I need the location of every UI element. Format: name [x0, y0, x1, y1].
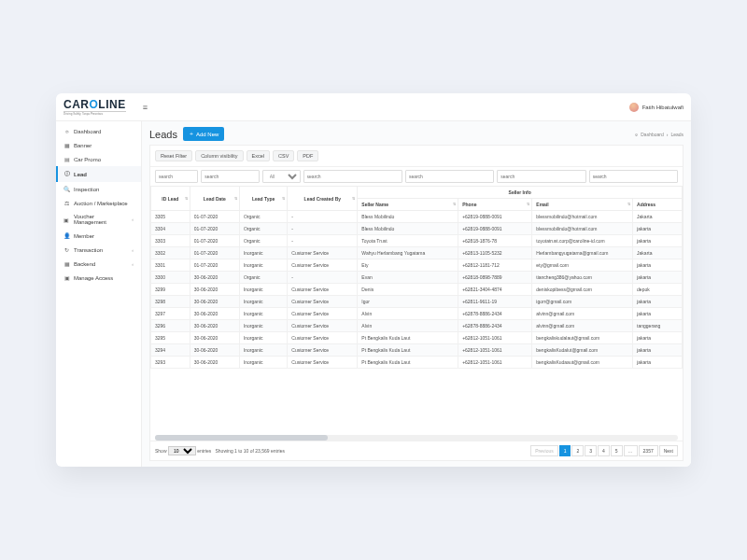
cell-email: blessmobilindo@hotmail.com: [532, 211, 633, 223]
sidebar-item-inspection[interactable]: 🔍Inspection: [56, 182, 141, 196]
sidebar-item-car-promo[interactable]: ▤Car Promo: [56, 152, 141, 166]
table-row[interactable]: 330401-07-2020Organic-Bless Mobilindo+62…: [151, 223, 683, 235]
pager-next[interactable]: Next: [659, 445, 678, 456]
table-row[interactable]: 330501-07-2020Organic-Bless Mobilindo+62…: [151, 211, 683, 223]
column-search-row: All: [150, 167, 683, 186]
col-email[interactable]: Email⇅: [532, 199, 633, 211]
cell-id: 3295: [151, 332, 190, 344]
sidebar: ⌾Dashboard▦Banner▤Car PromoⓘLead🔍Inspect…: [56, 121, 142, 467]
col-lead-type[interactable]: Lead Type⇅: [239, 187, 287, 211]
cell-email: tiancheng386@yahoo.com: [532, 272, 633, 284]
table-row[interactable]: 329930-06-2020InorganicCustomer ServiceD…: [151, 284, 683, 296]
cell-email: blessmobilindo@hotmail.com: [532, 223, 633, 235]
sidebar-item-banner[interactable]: ▦Banner: [56, 138, 141, 152]
col-id-lead[interactable]: ID Lead⇅: [151, 187, 190, 211]
horizontal-scrollbar[interactable]: [155, 435, 678, 441]
search-email[interactable]: [589, 170, 678, 183]
search-phone[interactable]: [497, 170, 585, 183]
pager-page[interactable]: 2357: [639, 445, 658, 456]
breadcrumb-current: Leads: [670, 132, 684, 137]
scrollbar-thumb[interactable]: [155, 435, 328, 441]
pager-page[interactable]: …: [624, 445, 638, 456]
sidebar-item-label: Voucher Management: [74, 214, 128, 225]
cell-email: bengkalisKudaaut@gmail.com: [532, 357, 633, 369]
cell-date: 01-07-2020: [190, 211, 239, 223]
sidebar-icon: ▦: [63, 142, 70, 148]
cell-addr: Jakarta: [633, 211, 683, 223]
cell-by: Customer Service: [288, 344, 358, 357]
table-row[interactable]: 329730-06-2020InorganicCustomer ServiceA…: [151, 308, 683, 320]
table-row[interactable]: 329530-06-2020InorganicCustomer ServiceP…: [151, 332, 683, 344]
cell-date: 30-06-2020: [190, 357, 239, 369]
search-seller-name[interactable]: [405, 170, 494, 183]
cell-phone: +62812-1051-1061: [458, 332, 532, 344]
pager-page[interactable]: 1: [559, 445, 571, 456]
pager-page[interactable]: 2: [571, 445, 584, 456]
sidebar-item-auction-marketplace[interactable]: ⚖Auction / Marketplace: [56, 196, 141, 210]
table-row[interactable]: 329430-06-2020InorganicCustomer ServiceP…: [151, 344, 683, 357]
search-lead-date[interactable]: [201, 170, 260, 183]
table-row[interactable]: 330201-07-2020InorganicCustomer ServiceW…: [151, 247, 683, 259]
add-new-button[interactable]: ＋Add New: [183, 127, 224, 141]
pager-page[interactable]: 5: [611, 445, 623, 456]
sidebar-item-voucher-management[interactable]: ▣Voucher Management‹: [56, 210, 141, 229]
sidebar-item-transaction[interactable]: ↻Transaction‹: [56, 243, 141, 257]
cell-seller: Bless Mobilindo: [358, 211, 458, 223]
cell-id: 3298: [151, 296, 190, 308]
cell-id: 3300: [151, 272, 190, 284]
col-seller-name[interactable]: Seller Name⇅: [358, 199, 458, 211]
sidebar-item-member[interactable]: 👤Member: [56, 229, 141, 243]
pager-page[interactable]: 4: [598, 445, 610, 456]
export-csv-button[interactable]: CSV: [273, 150, 294, 161]
cell-phone: +62813-1105-5232: [458, 247, 532, 259]
cell-addr: jakarta: [633, 332, 683, 344]
cell-email: Herlambangyugatama@gmail.com: [532, 247, 633, 259]
show-label: Show: [155, 448, 167, 454]
page-size-select[interactable]: 10: [168, 446, 196, 455]
table-row[interactable]: 329330-06-2020InorganicCustomer ServiceP…: [151, 357, 683, 369]
col-lead-created-by[interactable]: Lead Created By⇅: [288, 187, 358, 211]
search-id-lead[interactable]: [155, 170, 198, 183]
export-pdf-button[interactable]: PDF: [297, 150, 318, 161]
menu-toggle-icon[interactable]: ≡: [143, 103, 148, 112]
sidebar-icon: ↻: [63, 246, 70, 253]
user-menu[interactable]: Fatih Hibatulwafi: [629, 103, 684, 112]
pager-prev[interactable]: Previous: [530, 445, 557, 456]
table-row[interactable]: 329830-06-2020InorganicCustomer ServiceI…: [151, 296, 683, 308]
cell-addr: jakarta: [633, 259, 683, 272]
col-lead-date[interactable]: Lead Date⇅: [190, 187, 239, 211]
col-phone[interactable]: Phone⇅: [458, 199, 532, 211]
table-row[interactable]: 330101-07-2020InorganicCustomer ServiceE…: [151, 259, 683, 272]
search-lead-type[interactable]: All: [262, 170, 301, 183]
breadcrumb-root[interactable]: Dashboard: [641, 132, 663, 137]
chevron-left-icon: ‹: [132, 247, 134, 253]
cell-phone: +62811-9611-19: [458, 296, 532, 308]
export-excel-button[interactable]: Excel: [247, 150, 270, 161]
cell-seller: Evan: [358, 272, 458, 284]
col-address[interactable]: Address: [633, 199, 683, 211]
sidebar-icon: ▣: [63, 274, 70, 281]
sidebar-item-lead[interactable]: ⓘLead: [56, 166, 141, 182]
cell-by: Customer Service: [288, 247, 358, 259]
cell-phone: +62812-1051-1061: [458, 344, 532, 357]
cell-by: Customer Service: [288, 308, 358, 320]
table-row[interactable]: 330030-06-2020Organic-Evan+62818-0898-78…: [151, 272, 683, 284]
leads-table-wrap: ID Lead⇅ Lead Date⇅ Lead Type⇅ Lead Crea…: [150, 186, 683, 433]
cell-by: -: [288, 211, 358, 223]
col-seller-info: Seller Info: [358, 187, 683, 199]
sidebar-item-dashboard[interactable]: ⌾Dashboard: [56, 125, 141, 138]
cell-phone: +62819-0888-0091: [458, 211, 532, 223]
sidebar-item-manage-access[interactable]: ▣Manage Access: [56, 271, 141, 285]
sidebar-item-label: Banner: [74, 143, 92, 148]
search-lead-created-by[interactable]: [303, 170, 402, 183]
column-visibility-button[interactable]: Column visibility: [195, 150, 243, 161]
cell-date: 30-06-2020: [190, 284, 239, 296]
table-row[interactable]: 329630-06-2020InorganicCustomer ServiceA…: [151, 320, 683, 332]
pagination: Previous12345…2357Next: [530, 445, 678, 456]
table-row[interactable]: 330301-07-2020Organic-Toyota Trust+62818…: [151, 235, 683, 247]
reset-filter-button[interactable]: Reset Filter: [155, 150, 192, 161]
cell-type: Inorganic: [239, 259, 287, 272]
cell-by: Customer Service: [288, 284, 358, 296]
pager-page[interactable]: 3: [585, 445, 597, 456]
sidebar-item-backend[interactable]: ▦Backend‹: [56, 257, 141, 271]
